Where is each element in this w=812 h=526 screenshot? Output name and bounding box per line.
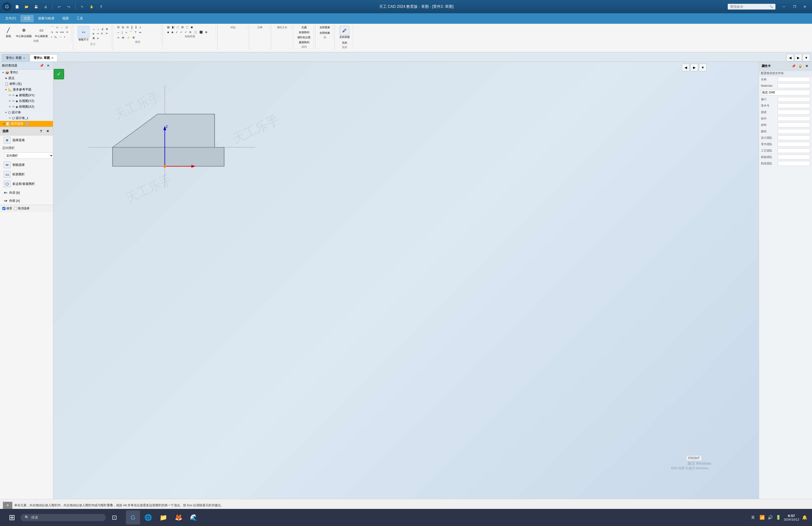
rect-fence-item[interactable]: ▭ 矩形围栏 [0, 170, 53, 179]
sym-btn[interactable]: ⇔ [138, 30, 142, 35]
taskbar-app-cad[interactable]: G [126, 510, 140, 525]
confirm-btn[interactable]: ✓ [54, 69, 64, 79]
ordinate-dim-btn[interactable]: ⊢ [105, 32, 109, 35]
tray-sound[interactable]: 🔊 [768, 515, 773, 520]
tree-item-xz[interactable]: 👁 👁 ◈ 前视图(XZ) [0, 104, 53, 110]
menu-tools[interactable]: 工具 [73, 15, 86, 22]
constr-display-btn[interactable]: 👁 [121, 35, 125, 40]
tree-item-body1[interactable]: 👁 ⬡ 设计体_1 [0, 115, 53, 121]
tray-battery[interactable]: 🔋 [776, 515, 781, 520]
polygon-btn[interactable]: ⬡ [64, 25, 69, 30]
parallel-btn[interactable]: ∥ [134, 25, 138, 29]
point-btn[interactable]: • [63, 35, 66, 39]
new-file-btn[interactable]: 📄 [13, 3, 21, 11]
line-tool-btn[interactable]: ╱ 直线 [3, 25, 14, 39]
fix-btn[interactable]: ⊡ [116, 25, 120, 29]
task-view-btn[interactable]: ⊡ [107, 510, 121, 525]
polyline-btn[interactable]: ⟋ [60, 25, 64, 30]
dim-style-btn[interactable]: ≡ [96, 36, 100, 40]
cancel-select-checkbox[interactable] [14, 207, 17, 210]
pathfinder-pin-btn[interactable]: 📌 [39, 63, 44, 68]
ellipse-btn[interactable]: ⬭ [55, 25, 59, 30]
pathfinder-close-btn[interactable]: ✕ [45, 63, 51, 68]
tree-item-yz[interactable]: 👁 👁 ◈ 右视图(YZ) [0, 98, 53, 104]
close-sketch-btn[interactable]: 🖉 关闭草图 [338, 25, 351, 40]
tree-item-origin[interactable]: ✦ 原点 [0, 75, 53, 81]
sg8[interactable]: ◈ [171, 30, 174, 34]
sg4[interactable]: ⊟ [180, 25, 185, 29]
props-lock-btn[interactable]: 🔒 [797, 63, 803, 69]
print-btn[interactable]: 🖨 [42, 3, 49, 11]
menu-home[interactable]: 主页 [20, 15, 34, 22]
view-nav-left[interactable]: ◀ [682, 64, 690, 71]
extend-btn[interactable]: → [58, 35, 63, 39]
perp-btn[interactable]: ⊥ [138, 25, 143, 29]
nail-pos-btn[interactable]: 锁钉柱位置 [296, 35, 311, 40]
tray-notification[interactable]: 🔔 [802, 515, 807, 520]
menu-file[interactable]: 文件(F) [2, 15, 19, 22]
minimize-btn[interactable]: ─ [779, 3, 789, 11]
doc-tab-part2[interactable]: 零件2: 草图 ✕ [30, 54, 57, 61]
sg5[interactable]: ⬚ [185, 25, 189, 29]
open-file-btn[interactable]: 📂 [23, 3, 30, 11]
tab-scroll-left[interactable]: ◀ [786, 54, 794, 61]
sg14[interactable]: ⬛ [199, 30, 204, 34]
tray-network[interactable]: 📶 [759, 515, 765, 520]
chain-dim-btn[interactable]: ⊸ [96, 32, 100, 35]
tree-item-ref-planes[interactable]: ▼ 📐 基本参考平面 [0, 87, 53, 93]
command-search-input[interactable] [730, 5, 768, 9]
arc-btn[interactable]: ⌒ [50, 25, 55, 30]
text-btn[interactable]: T [97, 3, 105, 11]
sg10[interactable]: ✓ [179, 30, 183, 34]
sg11[interactable]: ✓ [184, 30, 188, 34]
selection-help-btn[interactable]: ? [38, 128, 44, 134]
sg9[interactable]: ✓ [175, 30, 179, 34]
undo-btn[interactable]: ↩ [55, 3, 63, 11]
tree-item-ordered-modeling[interactable]: ▼ 📝 顺序建模 ✎ [0, 121, 53, 127]
angle-dim-btn[interactable]: ∠ [100, 27, 105, 31]
selection-close-btn[interactable]: ✕ [45, 128, 50, 134]
sg12[interactable]: ⊙ [188, 30, 192, 34]
smart-dim-btn[interactable]: ↔ 智能尺寸 [76, 25, 91, 42]
sg13[interactable]: ⬜ [193, 30, 198, 34]
poly-fence-item[interactable]: ⬡ 多边形/套索围栏 [0, 179, 53, 189]
constr-opts-btn[interactable]: ⚙ [132, 35, 136, 40]
close-btn-ribbon[interactable]: 关闭 [341, 41, 348, 45]
radius-dim-btn[interactable]: R [105, 27, 109, 31]
equal-btn[interactable]: = [125, 30, 128, 35]
center-rect-btn[interactable]: ▭ 中心画矩形 [34, 25, 49, 39]
sg6[interactable]: ◉ [190, 25, 194, 29]
fence-select[interactable]: 定向围栏 [4, 153, 53, 159]
select-btn[interactable]: ↖ [78, 3, 86, 11]
horiz-const-btn[interactable]: ─ [116, 30, 120, 35]
update-all-btn[interactable]: 全部更新 [319, 25, 331, 30]
taskbar-search[interactable]: 🔍 搜索 [20, 514, 106, 521]
pan-btn[interactable]: ✋ [88, 3, 96, 11]
horiz-dim-btn[interactable]: ↔ [92, 27, 96, 31]
tray-lang[interactable]: 英 [749, 514, 757, 521]
sg7[interactable]: ◈ [166, 30, 170, 34]
canvas-area[interactable]: 天工乐手 天工乐手 天工乐手 天工乐手 [53, 62, 759, 499]
spline-btn[interactable]: ∿ [50, 30, 54, 34]
tree-item-design-body[interactable]: ▼ ⬡ 设计体 [0, 110, 53, 115]
tray-clock[interactable]: 8:57 2024/10/12 [784, 514, 799, 521]
accept-checkbox[interactable] [2, 207, 5, 210]
dim-opts-btn[interactable]: ⊞ [92, 36, 96, 40]
save-btn[interactable]: 💾 [32, 3, 40, 11]
center-point-circle-btn[interactable]: ⊕ 中心和点画圆 [15, 25, 33, 39]
selection-options-item[interactable]: ⚙ 选择选项 [0, 136, 53, 145]
close-btn[interactable]: ✕ [800, 3, 810, 11]
props-pin-btn[interactable]: 📌 [791, 63, 796, 69]
tree-item-part2[interactable]: ▼ 📦 零件2 [0, 70, 53, 75]
app-logo[interactable]: G [2, 2, 11, 11]
offset-btn[interactable]: ⇥ [55, 30, 59, 34]
doc-tab-part1[interactable]: 零件1: 草图 ✕ [2, 54, 29, 61]
mirror-btn[interactable]: ⟺ [59, 30, 65, 34]
tree-item-xy[interactable]: 👁 👁 ◈ 俯视图(XY) [0, 93, 53, 98]
taskbar-app-browser2[interactable]: 🦊 [171, 510, 186, 525]
diam-dim-btn[interactable]: ⌀ [92, 32, 95, 35]
midpoint-btn[interactable]: ⊤ [133, 30, 138, 35]
smart-select-item[interactable]: ✏ 智能选择 [0, 160, 53, 170]
vert-dim-btn[interactable]: ↕ [97, 27, 100, 31]
tree-item-material[interactable]: 📋 材料 (无) [0, 81, 53, 87]
